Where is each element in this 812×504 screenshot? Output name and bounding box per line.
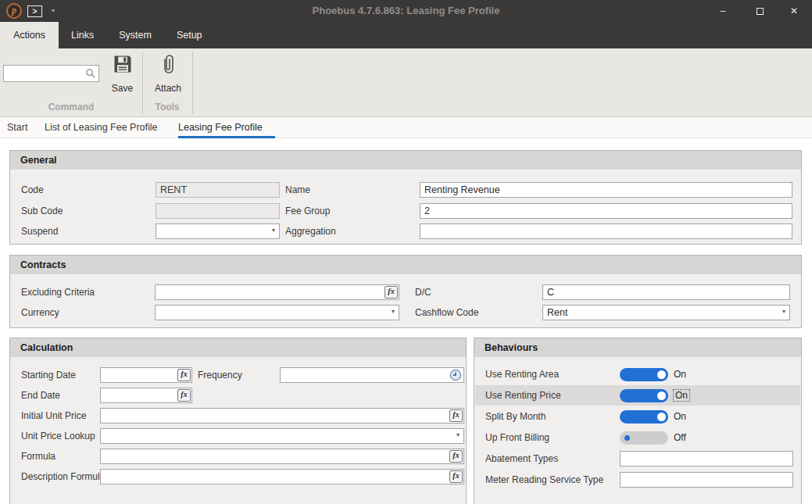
name-input[interactable] [420,182,792,198]
unit-price-lookup-dropdown[interactable]: ▾ [100,428,464,444]
frequency-field [280,367,464,383]
document-tabbar: Start List of Leasing Fee Profile Leasin… [0,117,812,138]
currency-input[interactable] [155,305,399,320]
ribbon-group-command-label: Command [0,102,142,113]
maximize-icon [757,8,764,15]
dc-input[interactable] [542,284,790,300]
contracts-panel-title: Contracts [10,256,801,274]
minimize-button[interactable]: – [705,0,741,22]
excluding-criteria-label: Excluding Criteria [21,287,95,298]
clock-icon[interactable] [449,369,462,381]
cashflow-code-dropdown[interactable]: ▾ [542,305,790,320]
ribbon-separator [192,52,193,114]
tab-list-of-leasing-fee-profile[interactable]: List of Leasing Fee Profile [45,117,164,138]
starting-date-field: fx [100,367,192,383]
formula-editor-icon[interactable]: fx [449,450,463,463]
frequency-label: Frequency [198,370,242,381]
end-date-label: End Date [21,390,60,401]
formula-label: Formula [21,451,55,462]
up-front-billing-toggle[interactable] [620,431,668,445]
formula-editor-icon[interactable]: fx [449,470,463,483]
paperclip-icon [158,53,178,78]
excluding-criteria-input[interactable] [155,284,399,300]
meter-reading-service-type-input[interactable] [620,472,793,488]
initial-unit-price-field: fx [100,408,464,424]
formula-editor-icon[interactable]: fx [449,409,463,422]
up-front-billing-label: Up Front Billing [485,432,620,443]
menu-bar: Actions Links System Setup ? [0,22,812,48]
meter-reading-service-type-label: Meter Reading Service Type [485,474,620,485]
behaviours-panel: Behaviours Use Renting Area On Use Renti… [474,338,802,504]
use-renting-price-toggle[interactable] [620,389,668,402]
use-renting-area-state: On [674,369,686,380]
search-icon[interactable] [85,68,96,82]
behaviours-panel-title: Behaviours [474,338,801,357]
calculation-panel-title: Calculation [10,338,466,357]
use-renting-price-label: Use Renting Price [485,390,620,401]
formula-field: fx [100,449,464,464]
sub-code-field [156,203,280,219]
name-label: Name [285,184,310,195]
close-button[interactable]: ✕ [776,0,812,22]
description-formula-field: fx [100,469,464,484]
sub-code-input [156,203,280,219]
ribbon-group-tools-label: Tools [142,102,192,113]
window-title: Phoebus 4.7.6.863: Leasing Fee Profile [0,0,812,22]
menu-tab-links[interactable]: Links [59,22,106,48]
app-logo-icon: p [6,3,22,19]
code-field [156,182,280,198]
formula-editor-icon[interactable]: fx [177,369,191,381]
split-by-month-state: On [674,411,686,422]
aggregation-input[interactable] [420,223,792,239]
unit-price-lookup-input[interactable] [100,428,464,444]
description-formula-label: Description Formula [21,471,105,482]
formula-editor-icon[interactable]: fx [385,286,398,298]
maximize-button[interactable] [742,0,778,22]
use-renting-price-state: On [674,390,689,401]
floppy-disk-icon [112,53,134,78]
menu-tabs: Actions Links System Setup [0,22,812,48]
formula-editor-icon[interactable]: fx [177,389,191,402]
currency-dropdown[interactable]: ▾ [155,305,399,320]
tab-start[interactable]: Start [7,117,32,138]
calculation-panel: Calculation Starting Date fx Frequency E… [9,338,467,504]
ribbon-search [3,65,99,82]
aggregation-label: Aggregation [285,226,336,237]
quick-access-caret-icon[interactable]: ▾ [52,7,55,14]
use-renting-area-toggle[interactable] [620,368,668,381]
tab-leasing-fee-profile[interactable]: Leasing Fee Profile [178,117,275,138]
titlebar: Phoebus 4.7.6.863: Leasing Fee Profile p… [0,0,812,22]
menu-tab-setup[interactable]: Setup [164,22,215,48]
save-button-label: Save [112,83,133,94]
meter-reading-service-type-row: Meter Reading Service Type [475,470,800,490]
code-label: Code [21,184,44,195]
quick-access-button[interactable]: > [27,5,42,17]
suspend-dropdown[interactable]: ▾ [156,223,280,239]
description-formula-input[interactable] [100,469,464,484]
code-input [156,182,280,198]
initial-unit-price-label: Initial Unit Price [21,410,86,421]
suspend-input[interactable] [156,223,280,239]
dc-label: D/C [415,287,431,298]
fee-group-input[interactable] [420,203,792,219]
fee-group-field [420,203,792,219]
sub-code-label: Sub Code [21,206,63,216]
formula-input[interactable] [100,449,464,464]
use-renting-area-label: Use Renting Area [485,369,620,380]
contracts-panel: Contracts Excluding Criteria fx D/C Curr… [9,255,802,328]
name-field [420,182,792,198]
unit-price-lookup-label: Unit Price Lookup [21,431,95,441]
menu-tab-actions[interactable]: Actions [0,22,59,48]
menu-tab-system[interactable]: System [106,22,164,48]
initial-unit-price-input[interactable] [100,408,464,424]
use-renting-area-row: Use Renting Area On [475,364,800,384]
attach-button-label: Attach [155,83,181,94]
split-by-month-label: Split By Month [485,411,620,422]
frequency-input[interactable] [280,367,464,383]
abatement-types-input[interactable] [620,451,793,466]
cashflow-code-input[interactable] [542,305,790,320]
abatement-types-row: Abatement Types [475,449,800,469]
split-by-month-toggle[interactable] [620,410,668,424]
starting-date-label: Starting Date [21,370,76,381]
ribbon: Save Attach Command Tools [0,48,812,117]
